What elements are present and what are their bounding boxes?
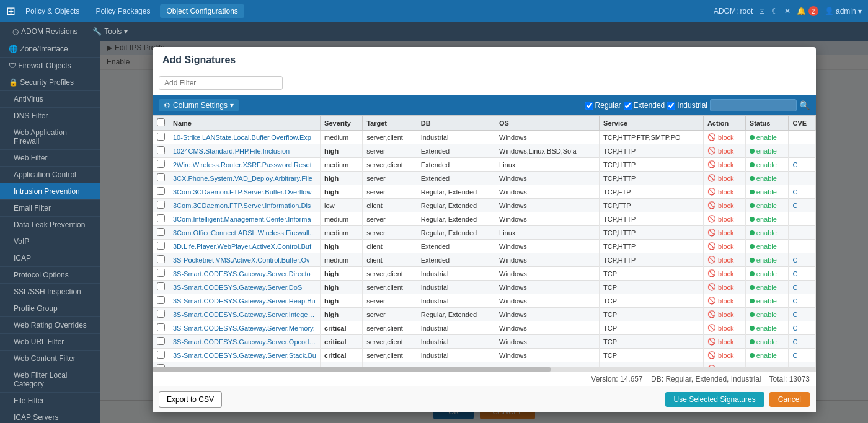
table-row[interactable]: 3S-Smart.CODESYS.Gateway.Server.Stack.Bu… bbox=[153, 349, 816, 362]
col-header-severity[interactable]: Severity bbox=[321, 116, 363, 131]
table-row[interactable]: 3Com.Intelligent.Management.Center.Infor… bbox=[153, 212, 816, 226]
table-row[interactable]: 3Com.3CDaemon.FTP.Server.Buffer.Overflow… bbox=[153, 185, 816, 199]
sidebar-item-profile-group[interactable]: Profile Group bbox=[0, 300, 100, 317]
regular-checkbox[interactable] bbox=[585, 102, 593, 110]
col-header-action[interactable]: Action bbox=[703, 116, 745, 131]
sidebar-item-intrusion-prevention[interactable]: Intrusion Prevention bbox=[0, 183, 100, 200]
horizontal-scrollbar[interactable] bbox=[153, 367, 816, 372]
table-row[interactable]: 2Wire.Wireless.Router.XSRF.Password.Rese… bbox=[153, 158, 816, 172]
row-checkbox[interactable] bbox=[157, 282, 165, 290]
row-checkbox[interactable] bbox=[157, 296, 165, 304]
row-name[interactable]: 3D.Life.Player.WebPlayer.ActiveX.Control… bbox=[169, 240, 321, 253]
adom-revisions-btn[interactable]: ◷ ADOM Revisions bbox=[6, 25, 84, 38]
row-checkbox[interactable] bbox=[157, 146, 165, 154]
use-selected-signatures-btn[interactable]: Use Selected Signatures bbox=[665, 392, 764, 407]
col-header-service[interactable]: Service bbox=[600, 116, 704, 131]
bell-icon[interactable]: 🔔 2 bbox=[797, 6, 818, 16]
row-checkbox[interactable] bbox=[157, 337, 165, 345]
row-name[interactable]: 3S-Smart.CODESYS.Gateway.Server.Stack.Bu bbox=[169, 349, 321, 362]
sidebar-item-web-url-filter[interactable]: Web URL Filter bbox=[0, 334, 100, 351]
table-row[interactable]: 3S-Smart.CODESYS.Gateway.Server.DoS high… bbox=[153, 281, 816, 294]
col-header-db[interactable]: DB bbox=[417, 116, 495, 131]
col-header-status[interactable]: Status bbox=[745, 116, 789, 131]
row-name[interactable]: 2Wire.Wireless.Router.XSRF.Password.Rese… bbox=[169, 158, 321, 172]
grid-icon[interactable]: ⊞ bbox=[6, 4, 16, 18]
table-row[interactable]: 3Com.OfficeConnect.ADSL.Wireless.Firewal… bbox=[153, 226, 816, 240]
row-checkbox[interactable] bbox=[157, 187, 165, 195]
sidebar-item-web-content-filter[interactable]: Web Content Filter bbox=[0, 351, 100, 367]
row-checkbox[interactable] bbox=[157, 310, 165, 318]
table-row[interactable]: 3S-Smart.CODESYS.Web.Server.Buffer.Overf… bbox=[153, 362, 816, 368]
table-row[interactable]: 3S-Pocketnet.VMS.ActiveX.Control.Buffer.… bbox=[153, 253, 816, 267]
row-name[interactable]: 10-Strike.LANState.Local.Buffer.Overflow… bbox=[169, 131, 321, 144]
table-row[interactable]: 3S-Smart.CODESYS.Gateway.Server.Memory. … bbox=[153, 321, 816, 335]
col-header-name[interactable]: Name bbox=[169, 116, 321, 131]
sidebar-item-voip[interactable]: VoIP bbox=[0, 233, 100, 250]
row-name[interactable]: 3S-Pocketnet.VMS.ActiveX.Control.Buffer.… bbox=[169, 253, 321, 267]
select-all-checkbox[interactable] bbox=[157, 118, 165, 126]
modal-cancel-btn[interactable]: Cancel bbox=[769, 392, 810, 407]
table-row[interactable]: 10-Strike.LANState.Local.Buffer.Overflow… bbox=[153, 131, 816, 144]
row-name[interactable]: 3S-Smart.CODESYS.Gateway.Server.Opcode.I bbox=[169, 335, 321, 349]
row-name[interactable]: 3S-Smart.CODESYS.Gateway.Server.Memory. bbox=[169, 321, 321, 335]
monitor-icon[interactable]: ⊡ bbox=[759, 7, 765, 15]
sidebar-item-email-filter[interactable]: Email Filter bbox=[0, 200, 100, 217]
row-name[interactable]: 3Com.3CDaemon.FTP.Server.Information.Dis bbox=[169, 199, 321, 212]
row-name[interactable]: 3Com.3CDaemon.FTP.Server.Buffer.Overflow bbox=[169, 185, 321, 199]
sidebar-item-ssl-ssh[interactable]: SSL/SSH Inspection bbox=[0, 284, 100, 300]
industrial-checkbox[interactable] bbox=[667, 102, 675, 110]
row-name[interactable]: 3S-Smart.CODESYS.Web.Server.Buffer.Overf… bbox=[169, 362, 321, 368]
row-checkbox[interactable] bbox=[157, 323, 165, 331]
sidebar-item-icap-servers[interactable]: ICAP Servers bbox=[0, 409, 100, 423]
row-name[interactable]: 3S-Smart.CODESYS.Gateway.Server.DoS bbox=[169, 281, 321, 294]
close-icon[interactable]: ✕ bbox=[784, 7, 790, 15]
row-checkbox[interactable] bbox=[157, 351, 165, 359]
row-name[interactable]: 1024CMS.Standard.PHP.File.Inclusion bbox=[169, 144, 321, 158]
sidebar-item-application-control[interactable]: Application Control bbox=[0, 167, 100, 183]
table-row[interactable]: 1024CMS.Standard.PHP.File.Inclusion high… bbox=[153, 144, 816, 158]
table-row[interactable]: 3Com.3CDaemon.FTP.Server.Information.Dis… bbox=[153, 199, 816, 212]
sidebar-item-web-app-firewall[interactable]: Web Application Firewall bbox=[0, 124, 100, 150]
moon-icon[interactable]: ☾ bbox=[771, 7, 778, 15]
column-settings-btn[interactable]: ⚙ Column Settings ▾ bbox=[159, 99, 239, 111]
col-header-cve[interactable]: CVE bbox=[789, 116, 816, 131]
row-checkbox[interactable] bbox=[157, 214, 165, 222]
table-row[interactable]: 3D.Life.Player.WebPlayer.ActiveX.Control… bbox=[153, 240, 816, 253]
sidebar-item-icap[interactable]: ICAP bbox=[0, 250, 100, 267]
sidebar-item-dns-filter[interactable]: DNS Filter bbox=[0, 108, 100, 124]
extended-checkbox-label[interactable]: Extended bbox=[624, 101, 665, 110]
table-row[interactable]: 3S-Smart.CODESYS.Gateway.Server.Directo … bbox=[153, 267, 816, 281]
col-header-checkbox[interactable] bbox=[153, 116, 169, 131]
table-row[interactable]: 3S-Smart.CODESYS.Gateway.Server.Integer.… bbox=[153, 308, 816, 321]
nav-policy-objects[interactable]: Policy & Objects bbox=[19, 4, 86, 18]
table-row[interactable]: 3S-Smart.CODESYS.Gateway.Server.Opcode.I… bbox=[153, 335, 816, 349]
sidebar-item-web-filter-local-category[interactable]: Web Filter Local Category bbox=[0, 367, 100, 393]
table-row[interactable]: 3S-Smart.CODESYS.Gateway.Server.Heap.Bu … bbox=[153, 294, 816, 308]
col-header-os[interactable]: OS bbox=[495, 116, 600, 131]
row-checkbox[interactable] bbox=[157, 173, 165, 181]
row-checkbox[interactable] bbox=[157, 269, 165, 277]
nav-object-configurations[interactable]: Object Configurations bbox=[160, 4, 244, 18]
row-name[interactable]: 3CX.Phone.System.VAD_Deploy.Arbitrary.Fi… bbox=[169, 172, 321, 185]
row-checkbox[interactable] bbox=[157, 133, 165, 141]
signatures-table-container[interactable]: Name Severity Target DB OS Service Actio… bbox=[153, 115, 816, 367]
industrial-checkbox-label[interactable]: Industrial bbox=[667, 101, 707, 110]
extended-checkbox[interactable] bbox=[624, 102, 632, 110]
export-csv-btn[interactable]: Export to CSV bbox=[159, 391, 222, 408]
row-checkbox[interactable] bbox=[157, 242, 165, 250]
sidebar-item-security-profiles[interactable]: 🔒 Security Profiles bbox=[0, 74, 100, 91]
sidebar-item-protocol-options[interactable]: Protocol Options bbox=[0, 267, 100, 284]
user-icon[interactable]: 👤 admin ▾ bbox=[825, 7, 862, 15]
row-checkbox[interactable] bbox=[157, 228, 165, 236]
row-checkbox[interactable] bbox=[157, 255, 165, 263]
row-name[interactable]: 3S-Smart.CODESYS.Gateway.Server.Integer.… bbox=[169, 308, 321, 321]
sidebar-item-antivirus[interactable]: AntiVirus bbox=[0, 91, 100, 108]
signature-search-input[interactable] bbox=[710, 99, 797, 111]
sidebar-item-data-leak-prevention[interactable]: Data Leak Prevention bbox=[0, 217, 100, 233]
sidebar-item-zone-interface[interactable]: 🌐 Zone/Interface bbox=[0, 41, 100, 58]
sidebar-item-web-rating-overrides[interactable]: Web Rating Overrides bbox=[0, 317, 100, 334]
regular-checkbox-label[interactable]: Regular bbox=[585, 101, 621, 110]
sidebar-item-firewall-objects[interactable]: 🛡 Firewall Objects bbox=[0, 58, 100, 74]
nav-policy-packages[interactable]: Policy Packages bbox=[89, 4, 156, 18]
row-name[interactable]: 3Com.OfficeConnect.ADSL.Wireless.Firewal… bbox=[169, 226, 321, 240]
